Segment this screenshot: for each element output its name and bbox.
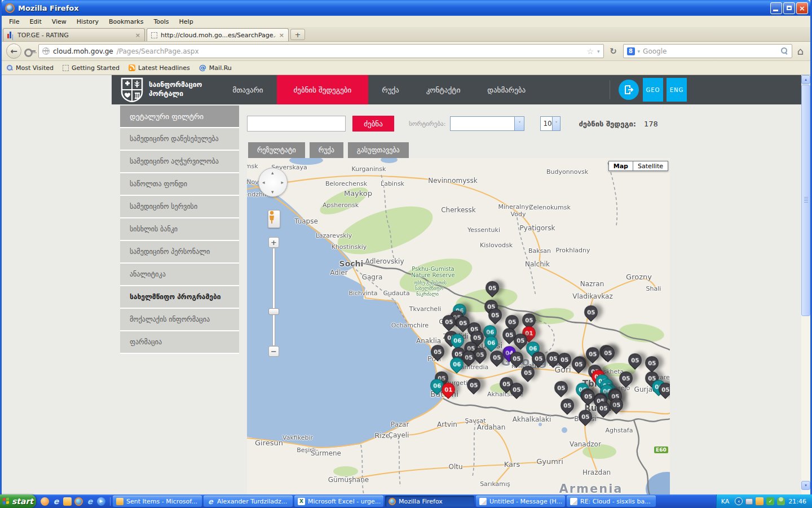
- map-marker-05[interactable]: 05: [610, 398, 623, 411]
- menu-help[interactable]: Help: [174, 17, 198, 27]
- language-indicator[interactable]: KA: [721, 498, 732, 505]
- map-marker-05[interactable]: 05: [510, 383, 523, 396]
- map-marker-01[interactable]: 01: [442, 383, 455, 396]
- map-marker-06[interactable]: 06: [450, 357, 464, 371]
- nav-item[interactable]: რუქა: [368, 75, 412, 104]
- page-size-select[interactable]: 10 ˅: [540, 116, 561, 131]
- reload-button[interactable]: ↻: [607, 45, 620, 58]
- map-marker-05[interactable]: 05: [467, 378, 480, 392]
- map-marker-05[interactable]: 05: [584, 305, 598, 319]
- nav-item[interactable]: დახმარება: [474, 75, 539, 104]
- bookmark-item[interactable]: Latest Headlines: [129, 64, 190, 72]
- sidebar-item[interactable]: საწოლთა ფონდი: [120, 173, 239, 196]
- sidebar-item[interactable]: სამედიცინო აღჭურვილობა: [120, 151, 239, 173]
- search-box[interactable]: 8 ▾ Google: [623, 44, 792, 58]
- menu-file[interactable]: File: [4, 17, 24, 27]
- logout-icon[interactable]: [619, 80, 639, 100]
- window-titlebar[interactable]: Mozilla Firefox ×: [2, 0, 810, 16]
- menu-view[interactable]: View: [47, 17, 72, 27]
- map-type-map-button[interactable]: Map: [608, 161, 633, 171]
- map-marker-05[interactable]: 05: [486, 281, 499, 295]
- new-tab-button[interactable]: +: [290, 29, 305, 40]
- nav-item[interactable]: ძებნის შედეგები: [277, 75, 369, 104]
- page-scrollbar[interactable]: ▴ ▾: [801, 75, 810, 494]
- menu-tools[interactable]: Tools: [148, 17, 174, 27]
- select-arrow-icon[interactable]: ˅: [552, 117, 561, 130]
- map-marker-05[interactable]: 05: [532, 352, 545, 365]
- scroll-up-icon[interactable]: ▴: [801, 75, 810, 84]
- google-map[interactable]: ymskNovendzhikSeverskayaKurganinskBelore…: [247, 158, 670, 494]
- map-marker-05[interactable]: 05: [514, 334, 527, 347]
- sidebar-item[interactable]: სისხლის ბანკი: [120, 218, 239, 241]
- google-engine-icon[interactable]: 8: [627, 47, 635, 55]
- pan-down-icon[interactable]: ▾: [271, 189, 274, 195]
- menu-bookmarks[interactable]: Bookmarks: [104, 17, 148, 27]
- map-marker-06[interactable]: 06: [451, 334, 464, 347]
- quicklaunch-firefox-icon[interactable]: [74, 497, 83, 506]
- view-button[interactable]: გასუფთავება: [348, 142, 409, 158]
- map-marker-05[interactable]: 05: [462, 351, 475, 364]
- taskbar-task[interactable]: Sent Items - Microsof...: [113, 496, 202, 507]
- view-button[interactable]: რეზულტატი: [248, 142, 305, 158]
- start-button[interactable]: start: [0, 494, 36, 508]
- zoom-in-button[interactable]: +: [268, 237, 279, 248]
- page-search-button[interactable]: ძებნა: [352, 116, 394, 132]
- site-title[interactable]: საინფორმაციო პორტალი: [149, 81, 202, 98]
- pan-up-icon[interactable]: ▴: [271, 170, 274, 176]
- tray-shield-icon[interactable]: ✓: [766, 497, 774, 505]
- site-identity-icon[interactable]: [42, 47, 50, 55]
- map-marker-05[interactable]: 05: [442, 315, 456, 329]
- map-marker-05[interactable]: 05: [659, 383, 670, 396]
- lang-button-geo[interactable]: GEO: [643, 78, 663, 102]
- nav-item[interactable]: კონტაქტი: [413, 75, 474, 104]
- clock[interactable]: 21:46: [788, 498, 806, 505]
- sort-select[interactable]: ˅: [450, 116, 524, 131]
- zoom-slider-handle[interactable]: [268, 308, 279, 315]
- map-marker-05[interactable]: 05: [586, 347, 599, 361]
- tab-close-icon[interactable]: ×: [279, 32, 284, 39]
- url-dropdown-icon[interactable]: ▾: [597, 49, 600, 54]
- quicklaunch-media-icon[interactable]: ▶: [97, 497, 105, 506]
- sidebar-item[interactable]: ფარმაცია: [120, 331, 239, 354]
- pan-left-icon[interactable]: ◂: [262, 179, 265, 185]
- menu-history[interactable]: History: [72, 17, 104, 27]
- url-bar[interactable]: cloud.moh.gov.ge /Pages/SearchPage.aspx …: [38, 44, 604, 58]
- map-type-satellite-button[interactable]: Satellite: [633, 161, 668, 171]
- quicklaunch-orange-icon[interactable]: [41, 497, 49, 506]
- scroll-down-icon[interactable]: ▾: [801, 481, 810, 490]
- map-marker-05[interactable]: 05: [597, 401, 610, 415]
- map-marker-05[interactable]: 05: [619, 371, 633, 385]
- zoom-out-button[interactable]: −: [268, 346, 279, 357]
- restore-button[interactable]: [783, 2, 795, 14]
- forward-key-icon[interactable]: [24, 47, 36, 55]
- view-button[interactable]: რუქა: [310, 142, 343, 158]
- browser-tab[interactable]: http://cloud.moh.go...es/SearchPage.aspx…: [147, 28, 289, 41]
- map-marker-05[interactable]: 05: [645, 356, 659, 370]
- tray-net-icon[interactable]: [745, 498, 753, 505]
- pan-right-icon[interactable]: ▸: [281, 179, 284, 185]
- taskbar-task[interactable]: Mozilla Firefox: [385, 496, 474, 507]
- sidebar-item[interactable]: სამედიცინო პერსონალი: [120, 241, 239, 264]
- map-marker-05[interactable]: 05: [505, 315, 519, 329]
- home-button[interactable]: ⌂: [795, 45, 806, 57]
- select-arrow-icon[interactable]: ˅: [514, 117, 524, 130]
- quicklaunch-ie2-icon[interactable]: e: [86, 497, 94, 506]
- taskbar-task[interactable]: XMicrosoft Excel - urge...: [294, 496, 383, 507]
- map-marker-05[interactable]: 05: [561, 398, 574, 412]
- page-search-input[interactable]: [247, 116, 346, 132]
- map-marker-05[interactable]: 05: [521, 366, 535, 379]
- engine-dropdown-icon[interactable]: ▾: [638, 49, 641, 54]
- map-marker-05[interactable]: 05: [554, 381, 568, 395]
- map-marker-05[interactable]: 05: [628, 353, 642, 367]
- map-marker-05[interactable]: 05: [579, 410, 592, 423]
- sidebar-item[interactable]: სამედიცინო დაწესებულება: [120, 128, 239, 151]
- lang-button-eng[interactable]: ENG: [667, 78, 687, 102]
- map-marker-05[interactable]: 05: [581, 389, 595, 403]
- sidebar-item[interactable]: ანალიტიკა: [120, 264, 239, 286]
- sidebar-item[interactable]: სახელმწიფო პროგრამები: [120, 286, 239, 309]
- nav-item[interactable]: მთავარი: [219, 75, 276, 104]
- map-marker-05[interactable]: 05: [558, 353, 571, 366]
- tab-close-icon[interactable]: ×: [135, 32, 140, 39]
- taskbar-task[interactable]: Untitled - Message (H...: [476, 496, 565, 507]
- back-button[interactable]: ←: [6, 43, 21, 59]
